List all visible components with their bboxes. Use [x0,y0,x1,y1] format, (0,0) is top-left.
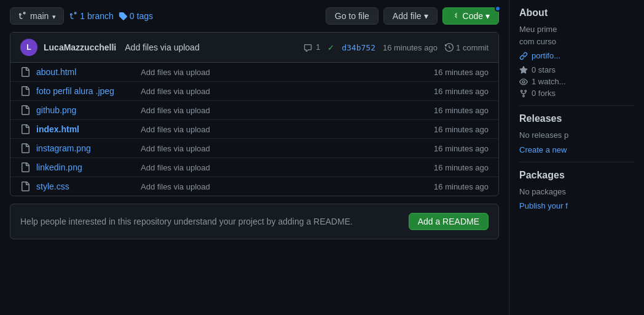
no-packages-text: No packages [519,186,634,198]
sidebar-stats: 0 stars 1 watch... 0 forks [519,65,634,98]
check-status: ✓ [328,43,334,52]
file-commit-msg: Add files via upload [141,163,428,172]
table-row: github.png Add files via upload 16 minut… [10,101,498,120]
branch-chevron [52,11,56,21]
table-row: foto perfil alura .jpeg Add files via up… [10,82,498,101]
file-icon [20,181,30,191]
readme-text: Help people interested in this repositor… [20,217,409,226]
file-icon [20,86,30,96]
comment-icon [304,44,312,52]
commit-message: Add files via upload [125,42,199,52]
portfolio-link[interactable]: portifo... [519,51,634,60]
commit-time: 16 minutes ago [383,43,438,52]
table-row: about.html Add files via upload 16 minut… [10,63,498,82]
tags-count-text: 0 tags [130,11,153,21]
file-icon [20,67,30,77]
table-row: style.css Add files via upload 16 minute… [10,177,498,196]
table-row: instagram.png Add files via upload 16 mi… [10,139,498,158]
git-branch-icon [18,12,26,20]
repo-box: L LucaMazzucchelli Add files via upload … [10,32,499,196]
code-chevron: ▾ [485,11,490,21]
commit-hash-link[interactable]: d34b752 [342,43,375,52]
watchers-stat[interactable]: 1 watch... [519,77,634,86]
file-time: 16 minutes ago [434,125,489,134]
star-icon [519,66,528,74]
table-row: linkedin.png Add files via upload 16 min… [10,158,498,177]
file-name[interactable]: about.html [36,67,135,77]
file-time: 16 minutes ago [434,182,489,191]
file-name[interactable]: linkedin.png [36,162,135,172]
link-icon [519,52,528,60]
stars-stat[interactable]: 0 stars [519,65,634,74]
forks-stat[interactable]: 0 forks [519,89,634,98]
packages-title: Packages [519,170,634,181]
top-bar: main 1 branch 0 tags Go to file [10,7,499,25]
history-icon [445,43,454,52]
table-row: index.html Add files via upload 16 minut… [10,120,498,139]
sidebar: About Meu prime com curso portifo... 0 s… [509,0,644,315]
comment-count[interactable]: 1 [304,42,320,52]
file-icon [20,143,30,153]
add-readme-button[interactable]: Add a README [409,213,489,230]
tags-count-link[interactable]: 0 tags [119,11,153,21]
fork-icon [519,89,528,98]
history-link[interactable]: 1 commit [445,43,489,52]
goto-file-button[interactable]: Go to file [326,7,379,25]
code-icon [452,12,460,20]
avatar: L [20,39,37,56]
file-name[interactable]: foto perfil alura .jpeg [36,86,135,96]
publish-link[interactable]: Publish your f [519,201,634,210]
file-commit-msg: Add files via upload [141,68,428,77]
about-title: About [519,7,634,18]
commits-count: 1 [456,43,460,52]
readme-banner: Help people interested in this repositor… [10,204,499,239]
file-name[interactable]: github.png [36,105,135,115]
divider-1 [519,105,634,106]
file-name[interactable]: index.html [36,124,135,134]
no-releases-text: No releases p [519,129,634,142]
file-time: 16 minutes ago [434,87,489,96]
tag-icon [119,12,127,20]
file-time: 16 minutes ago [434,144,489,153]
branch-label: main [30,11,49,21]
code-button[interactable]: Code ▾ [442,7,499,25]
file-commit-msg: Add files via upload [141,125,428,134]
file-list: about.html Add files via upload 16 minut… [10,63,498,196]
file-commit-msg: Add files via upload [141,106,428,115]
commit-author[interactable]: LucaMazzucchelli [44,42,116,52]
file-commit-msg: Add files via upload [141,182,428,191]
about-text-1: Meu prime com curso [519,23,634,47]
commit-header: L LucaMazzucchelli Add files via upload … [10,33,498,63]
file-name[interactable]: instagram.png [36,143,135,153]
commit-meta: 1 ✓ d34b752 16 minutes ago 1 commit [304,42,489,52]
add-file-button[interactable]: Add file ▾ [383,7,438,25]
top-bar-right: Go to file Add file ▾ Code ▾ [326,7,499,25]
file-commit-msg: Add files via upload [141,87,428,96]
branch-selector[interactable]: main [10,7,64,25]
add-file-chevron: ▾ [424,11,428,21]
file-time: 16 minutes ago [434,163,489,172]
file-time: 16 minutes ago [434,68,489,77]
file-icon [20,162,30,172]
file-icon [20,105,30,115]
eye-icon [519,78,528,86]
commits-text: commit [463,43,489,52]
branch-count-text: 1 branch [80,11,114,21]
branch-count-link[interactable]: 1 branch [69,11,114,21]
notification-dot [495,6,501,12]
create-release-link[interactable]: Create a new [519,145,634,154]
divider-2 [519,162,634,162]
file-time: 16 minutes ago [434,106,489,115]
file-name[interactable]: style.css [36,181,135,191]
branch-count-icon [69,12,77,20]
file-icon [20,124,30,134]
file-commit-msg: Add files via upload [141,144,428,153]
releases-title: Releases [519,113,634,124]
